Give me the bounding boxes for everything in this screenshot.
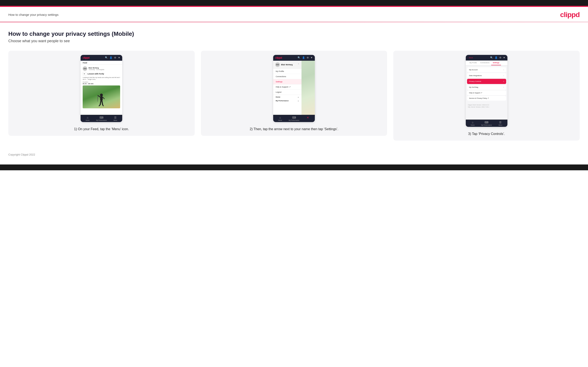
step-1-phone: clippd 🔍 👤 ⚙ ▼ Feed BM <box>81 55 122 122</box>
avatar-1: BM <box>83 66 87 71</box>
phone-logo-2: clippd <box>275 56 282 59</box>
step-3-caption: 3) Tap ‘Privacy Controls’. <box>468 131 505 136</box>
settings-item-dataintegrations[interactable]: Data Integrations › <box>467 73 506 78</box>
page-heading: How to change your privacy settings (Mob… <box>8 31 580 37</box>
settings-privacycontrols-label: Privacy Controls <box>469 81 481 82</box>
step-2-phone: clippd 🔍 👤 ⚙ ▼ <box>273 55 315 122</box>
user-icon-1[interactable]: 👤 <box>110 56 112 59</box>
feed-tab: Feed <box>81 61 122 65</box>
bottom-nav-home-1[interactable]: ⌂ Home <box>81 115 95 122</box>
settings-item-serviceprivacy[interactable]: Service & Privacy Policy ↗ <box>467 96 506 101</box>
page-subheading: Choose what you want people to see <box>8 39 580 43</box>
menu-expand-icon[interactable]: ⌃ <box>298 63 299 66</box>
performance-label-2: My Performance <box>289 120 299 121</box>
bottom-nav-performance-2[interactable]: ⌨ My Performance <box>287 115 301 122</box>
phone-nav-1: clippd 🔍 👤 ⚙ ▼ <box>81 55 122 61</box>
bottom-nav-home-3[interactable]: ⌂ Home <box>466 120 480 127</box>
bottom-nav-menu-1[interactable]: ☰ Menu <box>108 115 122 122</box>
menu-item-helpsupport[interactable]: Help & Support ↗ <box>273 84 302 90</box>
privacycontrols-chevron-icon: › <box>503 80 504 83</box>
performance-icon-2: ⌨ <box>292 116 296 119</box>
settings-list: My Account › Data Integrations › Privacy… <box>466 66 507 102</box>
performance-icon-3: ⌨ <box>484 121 488 124</box>
step-2-card: clippd 🔍 👤 ⚙ ▼ <box>201 51 387 136</box>
bottom-nav-close-2[interactable]: ✕ <box>301 115 315 122</box>
footer: Copyright Clippd 2022 <box>0 147 588 160</box>
settings-icon-2[interactable]: ⚙ <box>307 56 309 59</box>
bottom-nav-menu-3[interactable]: ☰ Menu <box>493 120 507 127</box>
tab-connections[interactable]: Connections <box>478 60 491 65</box>
feed-user-date: Yesterday · Sunningdale <box>88 69 104 70</box>
svg-line-6 <box>99 105 100 106</box>
user-icon-3[interactable]: 👤 <box>495 56 498 59</box>
back-button[interactable]: ‹ Back <box>468 57 473 59</box>
settings-version: Clippd Client Version: 2022.8.3-3 SQL Se… <box>466 102 507 110</box>
feed-user-info: Blair McHarg Yesterday · Sunningdale <box>88 67 104 70</box>
tab-myprofile[interactable]: My Profile <box>468 60 479 65</box>
settings-item-mygolfbag[interactable]: My Golf Bag › <box>467 85 506 90</box>
menu-item-myprofile[interactable]: My Profile <box>273 69 302 74</box>
tab-settings[interactable]: Settings <box>491 60 501 65</box>
feed-duration: Duration 01 hr : 30 min <box>83 81 120 85</box>
search-icon-3[interactable]: 🔍 <box>490 56 493 59</box>
svg-point-0 <box>100 93 103 96</box>
chevron-icon-3: ▼ <box>503 56 505 59</box>
phone-nav-icons-3: 🔍 👤 ⚙ ▼ <box>490 56 505 59</box>
settings-tabs: My Profile Connections Settings <box>466 60 507 66</box>
feed-user-row: BM Blair McHarg Yesterday · Sunningdale <box>83 66 120 71</box>
step-3-phone: ‹ Back 🔍 👤 ⚙ ▼ My Profile Connections Se… <box>466 55 507 127</box>
svg-line-5 <box>102 100 103 105</box>
settings-item-helpsupport[interactable]: Help & Support ↗ <box>467 91 506 95</box>
svg-line-8 <box>97 95 98 102</box>
user-icon-2[interactable]: 👤 <box>302 56 305 59</box>
menu-section-performance-chevron[interactable]: ⌄ <box>298 100 299 102</box>
menu-section-performance: My Performance ⌄ <box>273 99 302 102</box>
search-icon-1[interactable]: 🔍 <box>105 56 108 59</box>
clippd-logo: clippd <box>560 11 580 19</box>
home-label-2: Home <box>278 120 282 121</box>
settings-icon-3[interactable]: ⚙ <box>499 56 502 59</box>
menu-panel: BM Blair McHarg ⌃ My Profile Connections… <box>273 61 302 115</box>
menu-item-settings[interactable]: Settings <box>273 79 302 84</box>
menu-user-left: BM Blair McHarg <box>275 62 293 67</box>
copyright-text: Copyright Clippd 2022 <box>8 153 35 156</box>
settings-item-myaccount[interactable]: My Account › <box>467 67 506 72</box>
phone-nav-icons-1: 🔍 👤 ⚙ ▼ <box>105 56 120 59</box>
header-title: How to change your privacy settings <box>8 13 59 17</box>
performance-label-3: My Performance <box>481 124 492 126</box>
settings-item-privacycontrols[interactable]: Privacy Controls › <box>467 79 506 84</box>
menu-icon-1: ☰ <box>114 116 117 119</box>
settings-serviceprivacy-label: Service & Privacy Policy ↗ <box>469 97 489 99</box>
feed-post: BM Blair McHarg Yesterday · Sunningdale … <box>81 65 122 110</box>
search-icon-2[interactable]: 🔍 <box>298 56 301 59</box>
menu-item-connections[interactable]: Connections <box>273 74 302 79</box>
bottom-nav-home-2[interactable]: ⌂ Home <box>273 115 287 122</box>
bottom-nav-performance-3[interactable]: ⌨ My Performance <box>480 120 493 127</box>
performance-icon-1: ⌨ <box>100 116 104 119</box>
home-icon-2: ⌂ <box>279 116 281 119</box>
menu-user-name: Blair McHarg <box>281 64 293 66</box>
settings-body: My Account › Data Integrations › Privacy… <box>466 66 507 120</box>
settings-dataintegrations-label: Data Integrations <box>469 75 482 76</box>
main-content: How to change your privacy settings (Mob… <box>0 22 588 147</box>
phone-body-1: Feed BM Blair McHarg Yesterday · Sunning… <box>81 61 122 115</box>
settings-icon-1[interactable]: ⚙ <box>114 56 116 59</box>
menu-label-1: Menu <box>113 120 117 121</box>
dataintegrations-chevron-icon: › <box>503 75 504 77</box>
settings-myaccount-label: My Account <box>469 69 478 71</box>
menu-section-home-label: Home <box>276 96 280 98</box>
menu-section-home-chevron[interactable]: ⌄ <box>298 96 299 98</box>
performance-label-1: My Performance <box>96 120 107 121</box>
bottom-nav-performance-1[interactable]: ⌨ My Performance <box>95 115 108 122</box>
svg-line-7 <box>103 105 103 106</box>
home-label-1: Home <box>86 120 89 121</box>
settings-helpsupport-label: Help & Support ↗ <box>469 92 482 94</box>
svg-line-3 <box>103 97 104 99</box>
close-icon-2: ✕ <box>307 116 309 119</box>
menu-item-logout[interactable]: Logout <box>273 90 302 95</box>
chevron-icon-1: ▼ <box>118 56 120 59</box>
step-1-card: clippd 🔍 👤 ⚙ ▼ Feed BM <box>8 51 195 136</box>
menu-section-home: Home ⌄ <box>273 95 302 99</box>
version-line-1: Clippd Client Version: 2022.8.3-3 <box>468 104 505 106</box>
settings-mygolfbag-label: My Golf Bag <box>469 86 478 88</box>
